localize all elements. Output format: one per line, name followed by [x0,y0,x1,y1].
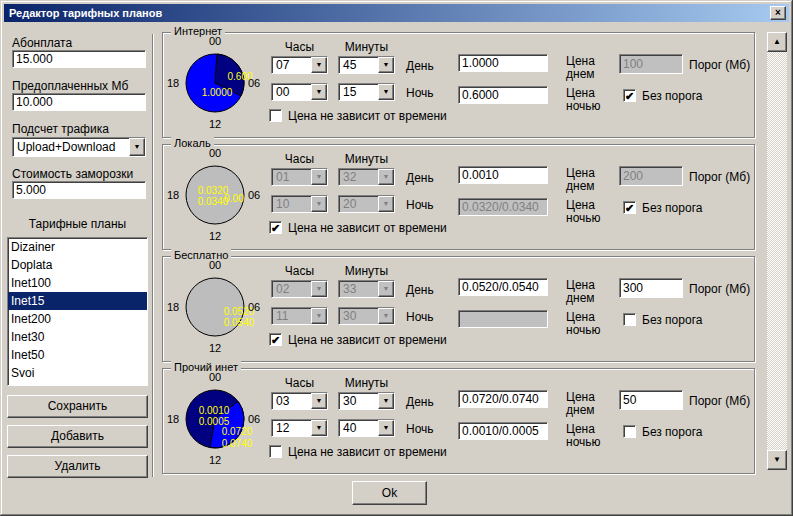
night-hour-combo[interactable]: 12▼ [271,419,328,437]
vertical-scrollbar[interactable]: ▲ ▼ [767,32,787,470]
night-minute-combo[interactable]: 30▼ [338,307,395,325]
night-minute-combo[interactable]: 15▼ [338,83,395,101]
day-hour-combo[interactable]: 03▼ [271,392,328,410]
save-button[interactable]: Сохранить [7,395,148,418]
list-item[interactable]: Inet100 [8,274,147,292]
night-hour-combo[interactable]: 00▼ [271,83,328,101]
prepaid-mb-field[interactable] [12,93,146,111]
minutes-label: Минуты [338,152,395,166]
day-hour-combo[interactable]: 01▼ [271,168,328,186]
no-threshold-checkbox[interactable]: ✔ [623,89,636,102]
day-price-field[interactable] [458,390,548,408]
time-independent-label: Цена не зависит от времени [288,445,447,459]
clock-label-18: 18 [167,301,179,313]
day-hour-combo[interactable]: 02▼ [271,280,328,298]
chevron-down-icon[interactable]: ▼ [129,138,145,156]
plans-listbox[interactable]: DizainerDoplataInet100Inet15Inet200Inet3… [7,237,148,386]
time-independent-checkbox[interactable]: ✔ [269,109,282,122]
chevron-down-icon[interactable]: ▼ [378,196,394,212]
close-icon[interactable]: × [770,6,786,20]
day-minute-combo[interactable]: 33▼ [338,280,395,298]
hours-label: Часы [271,152,328,166]
chevron-down-icon[interactable]: ▼ [311,420,327,436]
hours-label: Часы [271,40,328,54]
title-bar[interactable]: Редактор тарифных планов × [4,4,789,22]
night-price-field[interactable] [458,198,548,216]
chevron-down-icon[interactable]: ▼ [378,308,394,324]
list-item[interactable]: Inet30 [8,328,147,346]
no-threshold-label: Без порога [642,425,702,439]
abonplata-field[interactable] [12,50,146,68]
price-night-line2: ночью [566,100,601,113]
chevron-down-icon[interactable]: ▼ [378,84,394,100]
threshold-field[interactable] [619,166,683,186]
day-price-field[interactable] [458,166,548,184]
threshold-field[interactable] [619,278,683,298]
chevron-down-icon[interactable]: ▼ [378,420,394,436]
minutes-label: Минуты [338,376,395,390]
price-night-label: Ценаночью [566,311,601,337]
add-button[interactable]: Добавить [7,425,148,448]
no-threshold-checkbox[interactable]: ✔ [623,313,636,326]
night-price-field[interactable] [458,86,548,104]
day-minute-combo[interactable]: 32▼ [338,168,395,186]
tariff-group: Бесплатно 0.05200.0540 00 06 12 18 Часы … [162,256,755,362]
traffic-count-label: Подсчет трафика [12,122,109,136]
price-night-line2: ночью [566,212,601,225]
no-threshold-checkbox[interactable]: ✔ [623,201,636,214]
threshold-field[interactable] [619,390,683,410]
list-item[interactable]: Svoi [8,364,147,382]
tariff-group: Интернет 0.6001.0000 00 06 12 18 Часы Ми… [162,32,755,138]
tariff-group: Локаль 0.03200.03400.00 00 06 12 18 Часы… [162,144,755,250]
chevron-down-icon[interactable]: ▼ [311,393,327,409]
list-item[interactable]: Inet50 [8,346,147,364]
chevron-down-icon[interactable]: ▼ [311,308,327,324]
delete-button[interactable]: Удалить [7,455,148,478]
threshold-field[interactable] [619,54,683,74]
chevron-down-icon[interactable]: ▼ [378,169,394,185]
time-independent-label: Цена не зависит от времени [288,109,447,123]
night-label: Ночь [406,86,434,100]
pie-value-label: 1.0000 [202,87,233,98]
list-item[interactable]: Doplata [8,256,147,274]
chevron-down-icon[interactable]: ▼ [311,57,327,73]
night-price-field[interactable] [458,422,548,440]
night-label: Ночь [406,422,434,436]
clock-label-06: 06 [248,413,260,425]
day-hour-combo[interactable]: 07▼ [271,56,328,74]
clock-label-00: 00 [204,147,226,159]
day-price-field[interactable] [458,278,548,296]
price-day-label: Ценаднем [566,55,595,81]
scroll-down-icon[interactable]: ▼ [767,450,787,470]
traffic-count-combo[interactable]: Upload+Download ▼ [12,137,146,157]
time-independent-checkbox[interactable]: ✔ [269,445,282,458]
chevron-down-icon[interactable]: ▼ [311,196,327,212]
list-item[interactable]: Dizainer [8,238,147,256]
chevron-down-icon[interactable]: ▼ [378,281,394,297]
list-item[interactable]: Inet15 [8,292,147,310]
night-minute-combo[interactable]: 40▼ [338,419,395,437]
chevron-down-icon[interactable]: ▼ [311,169,327,185]
freeze-cost-field[interactable] [12,181,146,199]
list-item[interactable]: Inet200 [8,310,147,328]
day-label: День [406,59,434,73]
chevron-down-icon[interactable]: ▼ [378,57,394,73]
night-hour-combo[interactable]: 10▼ [271,195,328,213]
chevron-down-icon[interactable]: ▼ [311,84,327,100]
scroll-up-icon[interactable]: ▲ [767,32,787,52]
time-independent-checkbox[interactable]: ✔ [269,221,282,234]
chevron-down-icon[interactable]: ▼ [311,281,327,297]
night-minute-combo[interactable]: 20▼ [338,195,395,213]
night-label: Ночь [406,198,434,212]
day-price-field[interactable] [458,54,548,72]
day-minute-combo[interactable]: 30▼ [338,392,395,410]
night-hour-combo[interactable]: 11▼ [271,307,328,325]
no-threshold-checkbox[interactable]: ✔ [623,425,636,438]
night-price-field[interactable] [458,310,548,328]
ok-button[interactable]: Ok [352,481,427,505]
price-night-line2: ночью [566,324,601,337]
pie-value-label: 0.0540 [224,317,255,328]
day-minute-combo[interactable]: 45▼ [338,56,395,74]
time-independent-checkbox[interactable]: ✔ [269,333,282,346]
chevron-down-icon[interactable]: ▼ [378,393,394,409]
